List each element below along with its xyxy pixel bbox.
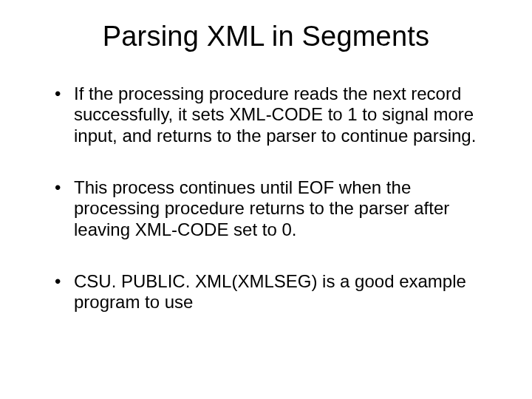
list-item: This process continues until EOF when th… [55, 177, 488, 240]
bullet-list: If the processing procedure reads the ne… [44, 83, 488, 313]
list-item: CSU. PUBLIC. XML(XMLSEG) is a good examp… [55, 271, 488, 313]
slide-title: Parsing XML in Segments [44, 21, 488, 52]
list-item: If the processing procedure reads the ne… [55, 83, 488, 146]
